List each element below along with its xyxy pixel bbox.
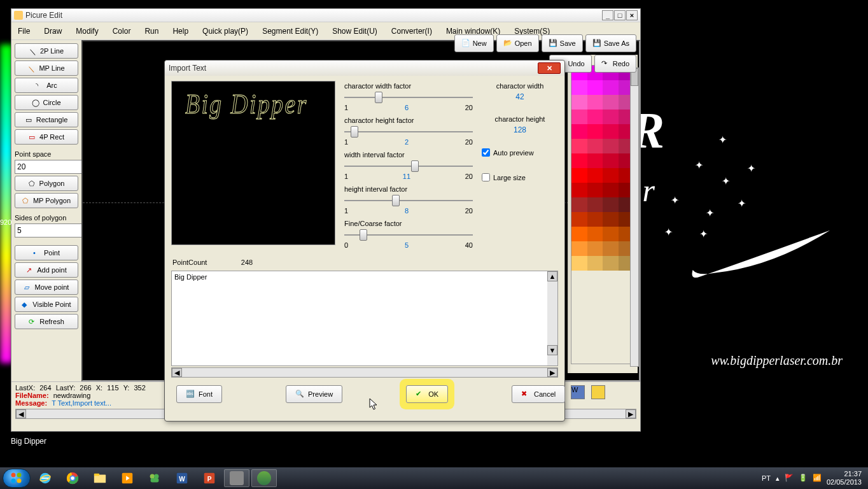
slider-chf-thumb[interactable] (351, 126, 358, 138)
menu-help[interactable]: Help (170, 25, 191, 38)
taskbar-app1[interactable] (224, 469, 249, 487)
palette-swatch[interactable] (603, 241, 619, 256)
menu-modify[interactable]: Modify (73, 25, 101, 38)
redo-button[interactable]: ↷Redo (594, 55, 636, 73)
tool-refresh[interactable]: ⟳Refresh (15, 314, 78, 329)
taskbar-powerpoint[interactable]: P (197, 469, 222, 487)
tool-4prect[interactable]: ▭4P Rect (15, 129, 78, 145)
palette-swatch[interactable] (587, 80, 603, 95)
palette-swatch[interactable] (587, 227, 603, 241)
tool-mppolygon[interactable]: ⬠MP Polygon (15, 193, 78, 208)
palette-swatch[interactable] (587, 110, 603, 124)
sides-input[interactable]: ▲▼ (15, 223, 78, 237)
menu-run[interactable]: Run (142, 25, 161, 38)
tool-arc[interactable]: ◝Arc (15, 78, 78, 93)
slider-fc-thumb[interactable] (360, 229, 367, 241)
vscroll-up[interactable]: ▲ (547, 271, 557, 281)
palette-swatch[interactable] (603, 139, 619, 153)
palette-swatch[interactable] (571, 124, 587, 139)
palette-swatch[interactable] (571, 227, 587, 241)
dialog-close-button[interactable]: ✕ (538, 62, 561, 74)
start-button[interactable] (3, 469, 31, 488)
taskbar-word[interactable]: W (169, 469, 195, 487)
cancel-button[interactable]: ✖Cancel (512, 385, 565, 403)
taskbar-ie[interactable] (32, 469, 58, 487)
palette-swatch[interactable] (587, 153, 603, 168)
tool-circle[interactable]: ◯Circle (15, 95, 78, 110)
text-input-area[interactable]: Big Dipper ▲ ▼ (171, 271, 558, 366)
battery-icon[interactable]: 🔋 (799, 474, 808, 483)
palette-swatch[interactable] (603, 227, 619, 241)
tool-icon-2[interactable] (591, 385, 605, 399)
taskbar-app2[interactable] (251, 469, 277, 487)
tool-2pline[interactable]: ＼2P Line (15, 43, 78, 59)
textarea-hscroll[interactable]: ◀▶ (171, 367, 558, 378)
slider-hif-track[interactable] (344, 195, 473, 206)
palette-swatch[interactable] (603, 80, 619, 95)
palette-swatch[interactable] (587, 95, 603, 110)
flag-icon[interactable]: 🚩 (785, 474, 794, 483)
tool-visiblepoint[interactable]: ◆Visible Point (15, 297, 78, 312)
hscroll2-right[interactable]: ▶ (547, 368, 557, 377)
hscroll2-left[interactable]: ◀ (172, 368, 182, 377)
palette-swatch[interactable] (603, 212, 619, 227)
menu-quickplay[interactable]: Quick play(P) (200, 25, 251, 38)
palette-swatch[interactable] (571, 256, 587, 271)
taskbar-mediaplayer[interactable] (115, 469, 140, 487)
tray-arrow-icon[interactable]: ▴ (776, 474, 780, 483)
palette-swatch[interactable] (603, 153, 619, 168)
close-button[interactable]: × (626, 10, 638, 20)
autopreview-checkbox[interactable]: Auto preview (482, 148, 558, 157)
tool-point[interactable]: •Point (15, 245, 78, 260)
palette-scrollbar[interactable] (630, 67, 639, 367)
tool-icon-1[interactable]: W (571, 385, 585, 399)
menu-show[interactable]: Show Edit(U) (330, 25, 380, 38)
slider-hif-thumb[interactable] (392, 195, 400, 206)
menu-converter[interactable]: Converter(I) (389, 25, 435, 38)
tool-addpoint[interactable]: ↗Add point (15, 262, 78, 278)
slider-wif-track[interactable] (344, 160, 473, 172)
tool-rect[interactable]: ▭Rectangle (15, 112, 78, 127)
preview-button[interactable]: 🔍Preview (286, 385, 342, 403)
tool-polygon[interactable]: ⬠Polygon (15, 176, 78, 191)
font-button[interactable]: 🔤Font (176, 385, 222, 403)
save-button[interactable]: 💾Save (542, 34, 583, 52)
palette-swatch[interactable] (587, 139, 603, 153)
textarea-vscroll[interactable]: ▲ ▼ (547, 271, 557, 365)
taskbar-messenger[interactable] (142, 469, 167, 487)
slider-cwf-track[interactable] (344, 92, 473, 103)
palette-grid[interactable] (571, 65, 634, 364)
new-button[interactable]: 📄New (454, 34, 494, 52)
palette-swatch[interactable] (571, 197, 587, 212)
palette-swatch[interactable] (603, 256, 619, 271)
palette-swatch[interactable] (571, 95, 587, 110)
palette-swatch[interactable] (587, 124, 603, 139)
palette-swatch[interactable] (571, 80, 587, 95)
slider-cwf-thumb[interactable] (375, 92, 382, 103)
taskbar-explorer[interactable] (87, 469, 113, 487)
palette-swatch[interactable] (571, 212, 587, 227)
wifi-icon[interactable]: 📶 (813, 474, 822, 483)
menu-file[interactable]: File (15, 25, 32, 38)
hscroll-left[interactable]: ◀ (16, 409, 26, 418)
palette-swatch[interactable] (603, 95, 619, 110)
minimize-button[interactable]: _ (602, 10, 613, 20)
palette-swatch[interactable] (571, 139, 587, 153)
taskbar-clock[interactable]: 21:37 02/05/2013 (827, 470, 862, 486)
tool-movepoint[interactable]: ▱Move point (15, 280, 78, 295)
ok-button[interactable]: ✔OK (406, 385, 448, 403)
hscroll-right[interactable]: ▶ (626, 409, 636, 418)
palette-swatch[interactable] (603, 183, 619, 197)
saveas-button[interactable]: 💾Save As (585, 34, 636, 52)
largesize-input[interactable] (482, 173, 490, 181)
palette-swatch[interactable] (587, 197, 603, 212)
slider-chf-track[interactable] (344, 126, 473, 138)
palette-swatch[interactable] (587, 183, 603, 197)
largesize-checkbox[interactable]: Large size (482, 173, 558, 181)
palette-swatch[interactable] (603, 124, 619, 139)
palette-swatch[interactable] (571, 110, 587, 124)
open-button[interactable]: 📂Open (496, 34, 539, 52)
palette-swatch[interactable] (587, 168, 603, 183)
menu-draw[interactable]: Draw (41, 25, 64, 38)
vscroll-down[interactable]: ▼ (547, 345, 557, 355)
